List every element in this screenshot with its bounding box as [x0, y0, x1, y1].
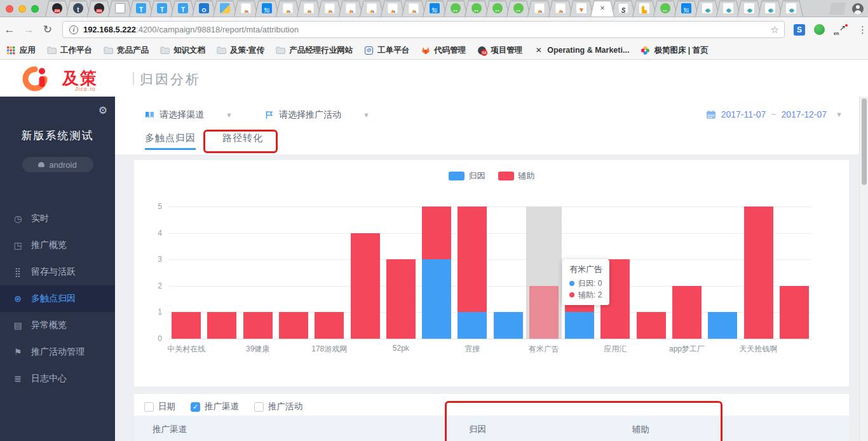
bar-segment-辅助[interactable] — [315, 312, 344, 339]
flower-favicon: ◆ — [786, 3, 796, 13]
bookmark-item[interactable]: 竞品产品 — [104, 45, 149, 56]
legend-item-归因[interactable]: 归因 — [449, 170, 485, 182]
bar-stack[interactable] — [672, 286, 702, 339]
bar-segment-辅助[interactable] — [529, 286, 559, 339]
bar-segment-归因[interactable] — [565, 312, 594, 339]
paper-plane-favicon — [220, 3, 230, 13]
bar-stack[interactable] — [172, 312, 201, 339]
channel-select[interactable]: 请选择渠道 ▼ — [145, 109, 233, 121]
jice-logo-icon[interactable] — [21, 65, 49, 92]
chart-slot — [311, 207, 347, 339]
bar-stack[interactable] — [708, 312, 737, 339]
scrollbar-thumb[interactable] — [862, 98, 867, 185]
bar-stack[interactable] — [529, 286, 559, 339]
browser-tab[interactable]: ◆ — [779, 1, 803, 17]
green-extension-icon[interactable] — [814, 24, 825, 35]
bookmark-item[interactable]: 52项目管理 — [477, 45, 522, 56]
bar-stack[interactable] — [422, 207, 451, 339]
chart-slot — [491, 207, 526, 339]
bar-stack[interactable] — [243, 312, 273, 339]
bookmark-item[interactable]: @工单平台 — [364, 45, 409, 56]
forward-button[interactable]: → — [19, 24, 38, 36]
browser-toolbar: ← → ↻ i 192.168.5.222:4200/campaign/9881… — [0, 18, 868, 41]
bar-segment-辅助[interactable] — [207, 312, 236, 339]
y-axis-tick: 5 — [146, 202, 162, 211]
bar-stack[interactable] — [494, 312, 523, 339]
checkbox-推广渠道[interactable]: ✓推广渠道 — [191, 401, 239, 412]
sidebar-item-retention[interactable]: ⣿留存与活跃 — [0, 259, 115, 285]
browser-tab-active[interactable]: × — [590, 1, 614, 17]
checkbox-unchecked-icon[interactable] — [144, 402, 154, 412]
refresh-button[interactable]: ↻ — [38, 23, 57, 36]
bar-segment-归因[interactable] — [708, 312, 737, 339]
tab-close-icon[interactable]: × — [600, 3, 605, 14]
checkbox-checked-icon[interactable]: ✓ — [191, 402, 200, 412]
date-end[interactable]: 2017-12-07 — [781, 109, 827, 119]
bar-stack[interactable] — [637, 312, 666, 339]
bookmark-item[interactable]: 产品经理行业网站 — [276, 45, 353, 56]
bookmark-item[interactable]: ✕Operating & Marketi... — [534, 46, 629, 55]
teambition-glyph: T — [160, 6, 164, 13]
legend-item-辅助[interactable]: 辅助 — [498, 170, 535, 182]
settings-gear-icon[interactable]: ⚙ — [98, 104, 107, 116]
bar-segment-归因[interactable] — [494, 312, 523, 339]
bar-stack[interactable] — [744, 207, 773, 339]
bar-segment-辅助[interactable] — [422, 207, 451, 259]
sidebar-item-log-center[interactable]: ≣日志中心 — [0, 365, 115, 392]
page-info-icon[interactable]: i — [69, 25, 78, 34]
sidebar-item-anomaly[interactable]: ▤异常概览 — [0, 312, 115, 339]
bar-segment-辅助[interactable] — [243, 312, 273, 339]
bar-segment-辅助[interactable] — [172, 312, 201, 339]
bar-segment-辅助[interactable] — [279, 312, 308, 339]
bar-segment-辅助[interactable] — [637, 312, 666, 339]
bar-stack[interactable] — [386, 259, 416, 339]
y-axis-tick: 3 — [146, 255, 162, 264]
bar-segment-辅助[interactable] — [458, 207, 487, 312]
date-range-picker[interactable]: 2017-11-07 ~ 2017-12-07 ▼ — [706, 109, 843, 119]
bookmark-item[interactable]: 极简图床 | 首页 — [641, 45, 708, 56]
bookmark-item[interactable]: 及策-宣传 — [217, 45, 264, 56]
checkbox-日期[interactable]: 日期 — [144, 401, 175, 412]
bar-stack[interactable] — [279, 312, 308, 339]
bar-segment-归因[interactable] — [458, 312, 487, 339]
bookmark-item[interactable]: 应用 — [6, 45, 36, 56]
bar-stack[interactable] — [207, 312, 236, 339]
chrome-menu-icon[interactable]: ⋮ — [858, 24, 868, 36]
new-tab-button[interactable] — [829, 3, 846, 15]
bar-segment-辅助[interactable] — [780, 286, 809, 339]
sidebar-item-campaign-manage[interactable]: ⚑推广活动管理 — [0, 339, 115, 365]
bar-stack[interactable] — [458, 207, 487, 339]
zoom-window-button[interactable] — [31, 5, 39, 13]
flower-glyph: ◆ — [726, 7, 731, 13]
minimize-window-button[interactable] — [18, 5, 26, 13]
bookmark-item[interactable]: 工作平台 — [47, 45, 92, 56]
bar-segment-辅助[interactable] — [351, 233, 380, 339]
bookmark-star-icon[interactable]: ☆ — [771, 24, 779, 36]
bar-stack[interactable] — [780, 286, 809, 339]
translate-extension-icon[interactable]: ↗en — [834, 24, 848, 36]
bookmark-item[interactable]: 代码管理 — [421, 45, 466, 56]
page-title: 归因分析 — [140, 71, 201, 88]
close-window-button[interactable] — [6, 5, 13, 13]
bookmark-item[interactable]: 知识文档 — [160, 45, 205, 56]
tab-path-conversion[interactable]: 路径转化 — [222, 132, 263, 150]
sidebar-item-realtime[interactable]: ◷实时 — [0, 205, 115, 232]
shimo-extension-icon[interactable]: S — [794, 24, 805, 36]
bar-stack[interactable] — [315, 312, 344, 339]
sidebar-item-promo-overview[interactable]: ◳推广概览 — [0, 232, 115, 259]
back-button[interactable]: ← — [0, 24, 19, 36]
campaign-select[interactable]: 请选择推广活动 ▼ — [265, 109, 370, 121]
checkbox-推广活动[interactable]: 推广活动 — [254, 401, 302, 412]
tab-strip: 206t206TTTO▲知▲▲▲▲▲▲▲知••••••••▲▲▼×S▙••知◆◆… — [0, 0, 868, 17]
bar-segment-辅助[interactable] — [672, 286, 702, 339]
bar-segment-归因[interactable] — [422, 259, 451, 339]
bar-stack[interactable] — [351, 233, 380, 339]
address-bar[interactable]: i 192.168.5.222:4200/campaign/98818/repo… — [62, 21, 785, 38]
profile-icon[interactable] — [852, 3, 864, 15]
bar-segment-辅助[interactable] — [386, 259, 416, 339]
date-start[interactable]: 2017-11-07 — [721, 109, 766, 119]
tab-multi-touch-attribution[interactable]: 多触点归因 — [145, 132, 196, 150]
checkbox-unchecked-icon[interactable] — [254, 402, 264, 412]
bar-segment-辅助[interactable] — [744, 207, 773, 339]
sidebar-item-multi-touch[interactable]: ⊛多触点归因 — [0, 285, 115, 312]
